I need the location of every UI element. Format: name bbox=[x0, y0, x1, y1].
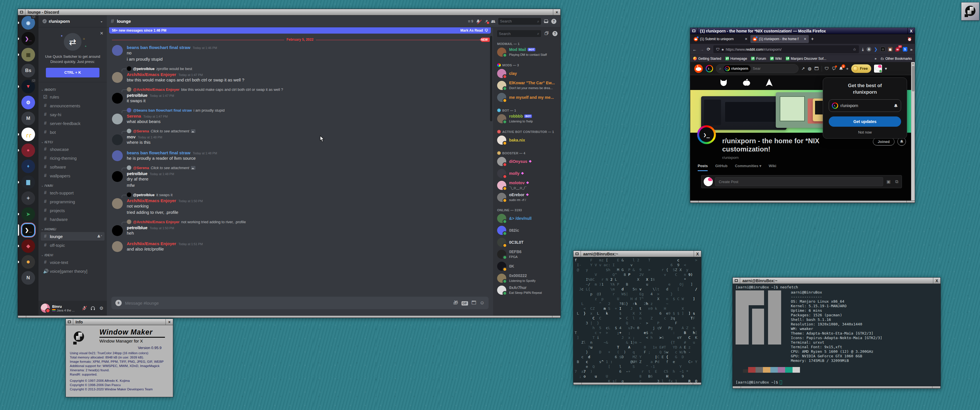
avatar[interactable] bbox=[112, 45, 123, 56]
unixporn-server[interactable]: ❯_ bbox=[21, 223, 35, 237]
bookmark-homepage[interactable]: Homepage bbox=[725, 57, 747, 60]
subreddit-mini-icon[interactable]: ❯_ bbox=[706, 65, 713, 72]
account-chevron-icon[interactable]: ▾ bbox=[885, 66, 887, 71]
member-search-input[interactable]: Search⌕ bbox=[497, 30, 541, 37]
headphones-icon[interactable] bbox=[90, 305, 96, 311]
channel-announcements[interactable]: #announcements bbox=[41, 102, 105, 110]
search-input[interactable]: Search⌕ bbox=[498, 18, 541, 25]
miniaturize-button[interactable] bbox=[573, 251, 581, 257]
reply-context[interactable]: @SerenaClick to see attachment bbox=[118, 165, 488, 170]
discord-titlebar[interactable]: lounge - Discord × bbox=[18, 9, 560, 15]
wappalyzer-extension-icon[interactable]: w17 bbox=[896, 47, 900, 51]
addon-icon[interactable]: ▣ bbox=[888, 47, 892, 51]
member-row[interactable]: 0C3L0T bbox=[497, 236, 557, 248]
dock-tile[interactable] bbox=[961, 2, 980, 21]
n-server[interactable]: N bbox=[21, 271, 35, 285]
quick-switcher-shortcut-button[interactable]: CTRL + K bbox=[46, 68, 99, 78]
gif-picker-icon[interactable]: GIF bbox=[461, 300, 468, 306]
close-tab-icon[interactable]: ✕ bbox=[803, 37, 807, 41]
channel-off-topic[interactable]: #off-topic bbox=[41, 241, 105, 249]
message-author[interactable]: petrolblue bbox=[127, 171, 148, 176]
firefox-titlebar[interactable]: (1) r/unixporn - the home for *NIX custo… bbox=[690, 28, 915, 34]
message-author[interactable]: petrolblue bbox=[127, 225, 148, 230]
sparkle-server[interactable]: ✦ bbox=[21, 191, 35, 205]
terminal-titlebar[interactable]: aarni@BinruBox:~ X bbox=[573, 251, 701, 257]
channel-programming[interactable]: #programming bbox=[41, 197, 105, 206]
not-now-button[interactable]: Not now bbox=[827, 130, 902, 135]
member-row[interactable]: 0x000222Listening to Spotify bbox=[497, 272, 557, 284]
bananas-server[interactable]: ╭╭ bbox=[21, 127, 35, 141]
member-row[interactable]: 082ic bbox=[497, 224, 557, 236]
avatar[interactable] bbox=[112, 198, 123, 209]
miniaturize-button[interactable] bbox=[690, 28, 698, 34]
channel-tech-support[interactable]: #tech-support bbox=[41, 189, 105, 197]
back-button[interactable]: ← bbox=[692, 47, 697, 52]
berry-server[interactable]: ● bbox=[21, 143, 35, 157]
darkred-server[interactable]: ◆ bbox=[21, 239, 35, 253]
resize-bar[interactable] bbox=[18, 315, 560, 318]
member-row[interactable]: baka.nix bbox=[497, 134, 557, 146]
message-author[interactable]: beans ban flowchart final straw bbox=[127, 45, 190, 50]
member-row[interactable]: me myself and my me... bbox=[497, 91, 557, 103]
subreddit-chip[interactable]: ❯_r/unixporn bbox=[724, 65, 751, 72]
close-tab-icon[interactable]: ✕ bbox=[745, 37, 748, 41]
moderation-icon[interactable]: 🗔︎ bbox=[815, 66, 819, 71]
green-server[interactable]: ➤ bbox=[21, 207, 35, 221]
reply-context[interactable]: @petrolblueit swaps it bbox=[118, 192, 488, 197]
tab-submit[interactable]: (1) Submit to unixporn ✕ bbox=[691, 35, 750, 43]
channel-wallpapers[interactable]: #wallpapers bbox=[41, 172, 105, 180]
link-post-icon[interactable]: ⧉ bbox=[894, 179, 899, 184]
member-row[interactable]: oErebor❖sudo rm -rf / bbox=[497, 191, 557, 203]
tracking-shield-icon[interactable]: 🛡︎ bbox=[716, 47, 720, 51]
close-button[interactable]: X bbox=[694, 251, 701, 257]
reply-context[interactable]: @SerenaClick to see attachment bbox=[118, 129, 488, 133]
shield-icon[interactable]: 🛡︎ bbox=[825, 66, 829, 71]
avatar[interactable] bbox=[112, 114, 123, 124]
avatar[interactable] bbox=[112, 171, 123, 182]
navy-server[interactable]: ♦ bbox=[21, 159, 35, 173]
miniaturize-button[interactable] bbox=[18, 9, 25, 15]
pocket-icon[interactable]: ⤓ bbox=[862, 47, 864, 52]
category-header[interactable]: ⌄/HOME/ bbox=[41, 227, 105, 231]
subreddit-avatar[interactable]: ❯_ bbox=[697, 125, 716, 144]
close-button[interactable]: × bbox=[553, 9, 560, 15]
category-header[interactable]: ⌄/ETC/ bbox=[41, 140, 105, 144]
new-tab-button[interactable]: + bbox=[811, 37, 814, 41]
city-server[interactable]: ▇ bbox=[21, 175, 35, 189]
inbox-icon[interactable]: 🗇︎ bbox=[544, 31, 549, 36]
resize-bar[interactable] bbox=[733, 386, 940, 388]
member-row[interactable]: diOnysus❖ bbox=[497, 156, 557, 167]
create-post-plus-icon[interactable]: + bbox=[846, 66, 849, 71]
channel-lounge[interactable]: #lounge👤︎⁺ bbox=[41, 232, 105, 241]
miniaturize-button[interactable] bbox=[733, 278, 740, 284]
member-row[interactable]: clay bbox=[497, 67, 557, 79]
unread-messages-banner[interactable]: 56+ new messages since 1:46 PM Mark As R… bbox=[109, 27, 491, 33]
message-author[interactable]: Arch/Nix/Emacs Enjoyer bbox=[127, 198, 176, 203]
close-button[interactable]: X bbox=[933, 278, 940, 284]
bookmark-getting-started[interactable]: Getting Started bbox=[693, 57, 721, 60]
settings-gear-icon[interactable]: ⚙ bbox=[98, 305, 105, 311]
channel-showcase[interactable]: #showcase bbox=[41, 145, 105, 154]
talk-icon[interactable]: ◍ bbox=[808, 66, 811, 71]
url-text[interactable]: https://www.reddit.com/r/unixporn/ bbox=[726, 47, 851, 51]
close-button[interactable]: X bbox=[907, 28, 915, 34]
scroll-up-arrow[interactable]: ▲ bbox=[912, 62, 915, 65]
bookmark-discover[interactable]: Manjaro Discover Sof... bbox=[786, 57, 826, 60]
rainbow-terminal-server[interactable]: ❯_ bbox=[21, 32, 35, 46]
attach-plus-icon[interactable]: + bbox=[115, 300, 122, 306]
reply-context[interactable]: @beans ban flowchart final strawi am pro… bbox=[118, 108, 488, 113]
server-header[interactable]: ✓ r/unixporn ⌄ bbox=[38, 15, 107, 27]
member-row[interactable]: robbbbBOTListening to !help bbox=[497, 113, 557, 125]
chat-icon[interactable]: 🗩︎ bbox=[832, 66, 836, 71]
reply-context[interactable]: @petrolbluezprofile would be best bbox=[118, 66, 488, 71]
image-post-icon[interactable]: ▣ bbox=[885, 179, 892, 184]
emoji-icon[interactable]: ☺ bbox=[480, 300, 485, 306]
channel-bot[interactable]: #bot bbox=[41, 128, 105, 137]
member-row[interactable]: molly❖ bbox=[497, 167, 557, 180]
inbox-icon[interactable] bbox=[544, 19, 549, 23]
bot-gear-server[interactable]: ⚙ bbox=[21, 96, 35, 109]
url-bar[interactable]: 🛡︎ 🔒︎ https://www.reddit.com/r/unixporn/… bbox=[713, 45, 859, 53]
forward-arrow-extension-icon[interactable]: ❯ bbox=[874, 47, 878, 52]
member-row[interactable]: &> /dev/null bbox=[497, 212, 557, 224]
message-input-bar[interactable]: + Message #lounge 🎁︎ GIF 🗔︎ ☺ bbox=[111, 297, 488, 309]
